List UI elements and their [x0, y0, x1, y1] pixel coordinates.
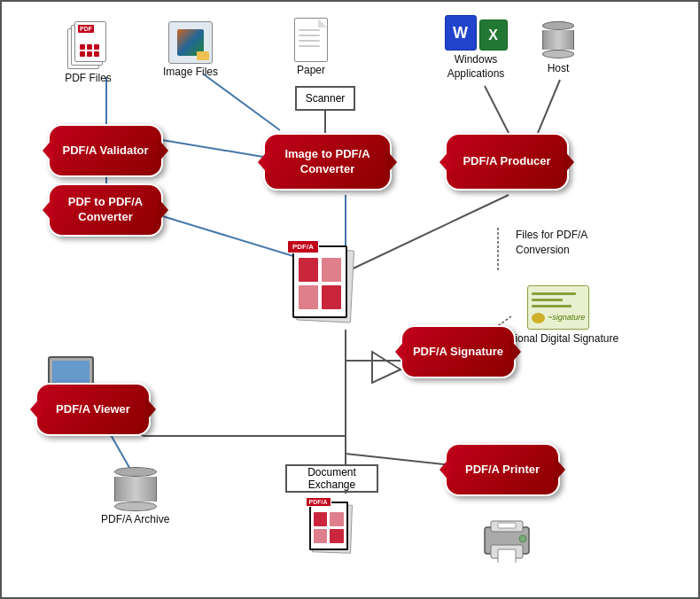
svg-rect-25: [498, 523, 516, 528]
document-exchange-label: Document Exchange: [294, 466, 369, 491]
pdf-to-pdfa-label: PDF to PDF/A Converter: [58, 195, 152, 225]
svg-rect-23: [498, 549, 516, 563]
digital-signature-icon: ~signature Optional Digital Signature: [498, 285, 618, 346]
image-files-label: Image Files: [163, 66, 218, 80]
pdfa-producer-label: PDF/A Producer: [463, 154, 550, 169]
diagram-container: PDF PDF PDF PDF Files Image Files: [0, 0, 700, 599]
paper-shape: [294, 18, 328, 62]
paper-icon: Paper: [294, 18, 328, 78]
image-files-icon: Image Files: [163, 21, 218, 80]
svg-line-1: [204, 74, 280, 130]
windows-apps-label: Windows Applications: [436, 53, 516, 81]
windows-apps-icon: W X Windows Applications: [436, 15, 516, 81]
files-for-pdfa-label: Files for PDF/AConversion: [516, 228, 587, 258]
pdf-stack-icon: PDF PDF PDF: [64, 21, 113, 70]
host-label: Host: [548, 62, 570, 76]
pdf-files-label: PDF Files: [65, 72, 112, 86]
pdfa-producer-box[interactable]: PDF/A Producer: [445, 133, 569, 191]
pdfa-printer-box[interactable]: PDF/A Printer: [445, 443, 560, 496]
document-exchange-area: Document Exchange PDF/A: [285, 464, 378, 555]
svg-line-9: [346, 195, 509, 272]
image-to-pdfa-label: Image to PDF/A Converter: [274, 147, 381, 177]
host-cylinder: [542, 21, 574, 60]
printer-icon-img: [480, 514, 542, 563]
archive-label: PDF/A Archive: [101, 513, 169, 527]
printer-svg: [480, 514, 542, 563]
pdfa-validator-box[interactable]: PDF/A Validator: [48, 124, 163, 177]
pdfa-printer-label: PDF/A Printer: [465, 463, 540, 478]
center-pdfa-doc: PDF/A: [292, 245, 363, 330]
pdf-to-pdfa-box[interactable]: PDF to PDF/A Converter: [48, 183, 163, 237]
svg-line-5: [538, 80, 560, 133]
cert-shape: ~signature: [527, 285, 589, 330]
archive-cylinder: [114, 467, 157, 511]
document-exchange-box: Document Exchange: [285, 464, 378, 493]
pdfa-viewer-box[interactable]: PDF/A Viewer: [35, 383, 151, 436]
archive-icon: PDF/A Archive: [101, 467, 169, 527]
image-to-pdfa-box[interactable]: Image to PDF/A Converter: [263, 133, 392, 191]
svg-point-24: [519, 535, 526, 542]
pdfa-doc-small: PDF/A: [309, 502, 355, 555]
pdfa-signature-box[interactable]: PDF/A Signature: [401, 325, 516, 378]
pdfa-signature-label: PDF/A Signature: [413, 345, 503, 360]
pdfa-viewer-label: PDF/A Viewer: [56, 402, 130, 417]
scanner-box: Scanner: [295, 86, 355, 111]
pdf-files-icon: PDF PDF PDF PDF Files: [64, 21, 113, 86]
pdfa-validator-label: PDF/A Validator: [62, 144, 148, 159]
host-icon: Host: [542, 21, 574, 76]
svg-line-6: [157, 139, 263, 157]
scanner-label: Scanner: [306, 92, 346, 105]
paper-label: Paper: [297, 64, 325, 78]
svg-line-4: [485, 86, 509, 133]
